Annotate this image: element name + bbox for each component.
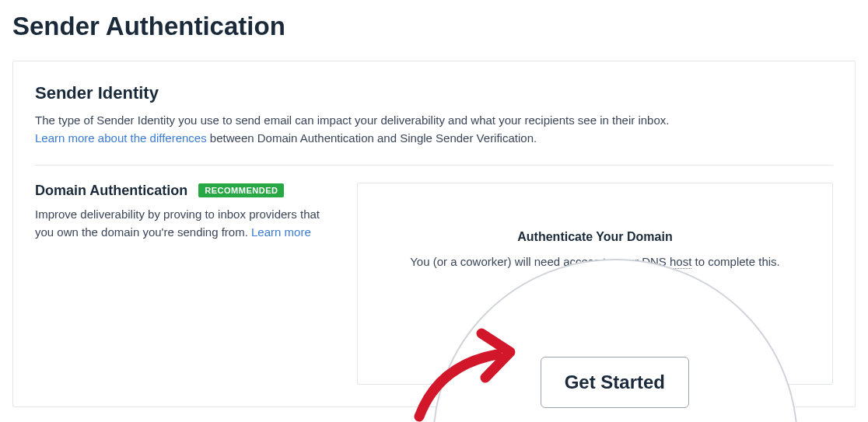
- sender-identity-desc-line2-tail: between Domain Authentication and Single…: [207, 131, 537, 145]
- domain-auth-header: Domain Authentication RECOMMENDED: [35, 183, 331, 199]
- auth-desc-pre: You (or a coworker) will need access to …: [410, 255, 642, 268]
- authenticate-domain-title: Authenticate Your Domain: [381, 230, 809, 244]
- learn-differences-link[interactable]: Learn more about the differences: [35, 131, 207, 145]
- dns-host-term[interactable]: DNS host: [642, 255, 691, 269]
- sender-identity-description: The type of Sender Identity you use to s…: [35, 111, 833, 148]
- domain-auth-description: Improve deliverability by proving to inb…: [35, 205, 331, 242]
- sender-identity-desc-line1: The type of Sender Identity you use to s…: [35, 113, 669, 127]
- domain-auth-title: Domain Authentication: [35, 183, 187, 199]
- divider: [35, 165, 833, 166]
- domain-auth-row: Domain Authentication RECOMMENDED Improv…: [35, 183, 833, 385]
- settings-card: Sender Identity The type of Sender Ident…: [12, 61, 856, 407]
- domain-auth-left: Domain Authentication RECOMMENDED Improv…: [35, 183, 331, 385]
- get-started-button[interactable]: Get Started: [541, 357, 689, 408]
- auth-desc-post: to complete this.: [691, 255, 779, 268]
- domain-auth-learn-more-link[interactable]: Learn more: [251, 225, 311, 239]
- authenticate-domain-panel: Authenticate Your Domain You (or a cowor…: [357, 183, 833, 385]
- domain-auth-right: Authenticate Your Domain You (or a cowor…: [357, 183, 833, 385]
- page-title: Sender Authentication: [0, 0, 868, 61]
- authenticate-domain-description: You (or a coworker) will need access to …: [381, 255, 809, 268]
- recommended-badge: RECOMMENDED: [198, 183, 284, 197]
- sender-identity-title: Sender Identity: [35, 83, 833, 103]
